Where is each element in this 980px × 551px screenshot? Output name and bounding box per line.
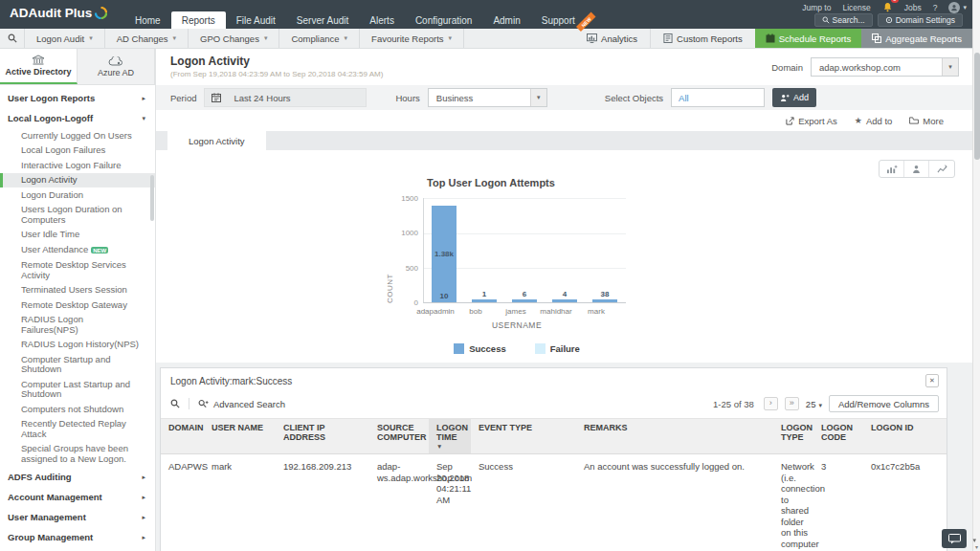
legend-item[interactable]: Success: [454, 343, 506, 354]
sidebar-item[interactable]: Computers not Shutdown: [0, 402, 155, 417]
bar-james[interactable]: [512, 299, 537, 302]
column-header[interactable]: LOGON ID: [863, 419, 947, 454]
column-header[interactable]: DOMAIN: [161, 419, 204, 454]
bar-adapadmin[interactable]: 1.38k10: [432, 206, 457, 302]
select-objects-input[interactable]: All: [671, 88, 765, 107]
nav-item[interactable]: Admin: [482, 11, 530, 29]
analytics-button[interactable]: NEW Analytics: [574, 29, 650, 48]
sidebar-item[interactable]: Logon Activity: [0, 173, 155, 188]
add-to-button[interactable]: ★ Add to: [855, 116, 893, 126]
sidebar-item[interactable]: Computer Last Startup and Shutdown: [0, 377, 155, 402]
chart-refresh-button[interactable]: [929, 161, 954, 177]
jump-to-link[interactable]: Jump to: [802, 3, 831, 12]
sidebar-item[interactable]: Remote Desktop Services Activity: [0, 258, 155, 283]
add-objects-button[interactable]: Add: [772, 88, 816, 107]
sidebar-item[interactable]: User AttendanceNEW: [0, 242, 155, 258]
nav-item[interactable]: File Audit: [226, 11, 286, 29]
sidebar-item[interactable]: Computer Management ▸: [0, 547, 155, 551]
column-header[interactable]: EVENT TYPE: [471, 419, 576, 454]
aggregate-reports-button[interactable]: Aggregate Reports: [861, 29, 972, 48]
add-remove-columns-button[interactable]: Add/Remove Columns: [829, 395, 939, 412]
last-page-button[interactable]: »: [785, 397, 799, 410]
nav-item[interactable]: Configuration: [405, 11, 482, 29]
sidebar-item[interactable]: Account Management ▸: [0, 487, 155, 507]
sidebar-item[interactable]: Local Logon-Logoff ▾: [0, 108, 155, 128]
column-header[interactable]: USER NAME: [204, 419, 276, 454]
sidebar-item[interactable]: Special Groups have been assigned to a N…: [0, 442, 155, 467]
expand-arrow-icon: ▸: [142, 472, 153, 481]
scroll-down-arrow-icon[interactable]: ▾: [973, 543, 980, 550]
expand-arrow-icon: [142, 419, 149, 421]
menubar-item[interactable]: Compliance: [279, 29, 360, 48]
help-link[interactable]: ?: [933, 3, 938, 12]
sidebar-item[interactable]: User Management ▸: [0, 507, 155, 527]
report-actions: Export As ★ Add to More: [156, 110, 972, 131]
page-scrollbar[interactable]: ▾: [972, 0, 980, 551]
menubar-item[interactable]: Favourite Reports: [360, 29, 464, 48]
sidebar-item[interactable]: User Idle Time: [0, 228, 155, 243]
column-header[interactable]: REMARKS: [576, 419, 773, 454]
column-header[interactable]: LOGON TYPE: [773, 419, 813, 454]
export-as-button[interactable]: Export As: [786, 116, 837, 126]
sidebar-scrollbar-thumb[interactable]: [150, 175, 154, 221]
menubar-item[interactable]: GPO Changes: [189, 29, 279, 48]
x-axis-label: USERNAME: [415, 316, 618, 330]
more-button[interactable]: More: [909, 116, 944, 126]
column-header[interactable]: LOGON CODE: [813, 419, 863, 454]
domain-settings-button[interactable]: Domain Settings: [878, 13, 963, 27]
hours-select[interactable]: Business ▾: [428, 88, 547, 107]
sidebar-item[interactable]: Remote Desktop Gateway: [0, 298, 155, 313]
column-header[interactable]: CLIENT IP ADDRESS: [276, 419, 369, 454]
bar-bob[interactable]: [472, 299, 497, 302]
legend-item[interactable]: Failure: [535, 343, 580, 354]
domain-select[interactable]: adap.workshop.com ▾: [811, 57, 959, 77]
nav-item[interactable]: Alerts: [359, 11, 405, 29]
period-picker[interactable]: Last 24 Hours: [204, 88, 367, 107]
expand-arrow-icon: [142, 405, 149, 407]
sidebar-item[interactable]: Recently Detected Replay Attack: [0, 417, 155, 442]
sidebar-item[interactable]: RADIUS Logon Failures(NPS): [0, 313, 155, 338]
chevron-down-icon[interactable]: ▾: [972, 537, 976, 544]
sidebar-item[interactable]: Currently Logged On Users: [0, 128, 155, 143]
chart-type-button[interactable]: [880, 161, 904, 177]
sidebar-item[interactable]: Interactive Logon Failure: [0, 158, 155, 173]
global-search-button[interactable]: Search...: [814, 13, 873, 27]
bar-mark[interactable]: [592, 299, 617, 302]
advanced-search-button[interactable]: Advanced Search: [198, 399, 285, 409]
tab-logon-activity[interactable]: Logon Activity: [167, 131, 266, 150]
sidebar-item[interactable]: User Logon Reports ▸: [0, 88, 155, 108]
chart-user-button[interactable]: [904, 161, 929, 177]
custom-reports-button[interactable]: Custom Reports: [650, 29, 755, 48]
jobs-link[interactable]: Jobs: [904, 3, 922, 12]
schedule-reports-button[interactable]: Schedule Reports: [755, 29, 862, 48]
sidebar-item[interactable]: Terminated Users Session: [0, 283, 155, 298]
sidebar-item[interactable]: Computer Startup and Shutdown: [0, 352, 155, 377]
sidebar-item[interactable]: Local Logon Failures: [0, 143, 155, 159]
nav-item[interactable]: Home: [124, 11, 171, 29]
sidebar-item[interactable]: RADIUS Logon History(NPS): [0, 338, 155, 353]
feedback-chat-button[interactable]: [942, 529, 967, 548]
report-search-button[interactable]: [0, 29, 25, 48]
license-link[interactable]: License: [842, 3, 870, 12]
close-icon[interactable]: ✕: [925, 374, 939, 387]
column-header[interactable]: LOGON TIME▼: [429, 419, 471, 454]
column-header[interactable]: SOURCE COMPUTER: [369, 419, 429, 454]
sidebar-item[interactable]: Users Logon Duration on Computers: [0, 203, 155, 228]
sidebar-item[interactable]: Group Management ▸: [0, 527, 155, 547]
results-table: DOMAIN USER NAME CLIENT IP ADDRESS SOURC…: [161, 418, 947, 551]
expand-arrow-icon: [142, 315, 149, 317]
sidebar-item[interactable]: Logon Duration: [0, 187, 155, 203]
scrollbar-thumb[interactable]: [974, 53, 980, 160]
page-size-select[interactable]: 25: [806, 399, 822, 409]
nav-item[interactable]: Server Audit: [286, 11, 359, 29]
menubar-item[interactable]: AD Changes: [105, 29, 189, 48]
menubar-item[interactable]: Logon Audit: [25, 29, 105, 48]
tab-active-directory[interactable]: Active Directory: [0, 49, 78, 84]
y-axis-label: COUNT: [386, 198, 394, 303]
grid-search-button[interactable]: [170, 399, 180, 408]
next-page-button[interactable]: ›: [764, 397, 778, 410]
sidebar-item[interactable]: ADFS Auditing ▸: [0, 467, 155, 487]
nav-item[interactable]: Reports: [171, 11, 226, 29]
bar-mahidhar[interactable]: [552, 299, 577, 302]
tab-azure-ad[interactable]: Azure AD: [78, 49, 155, 84]
